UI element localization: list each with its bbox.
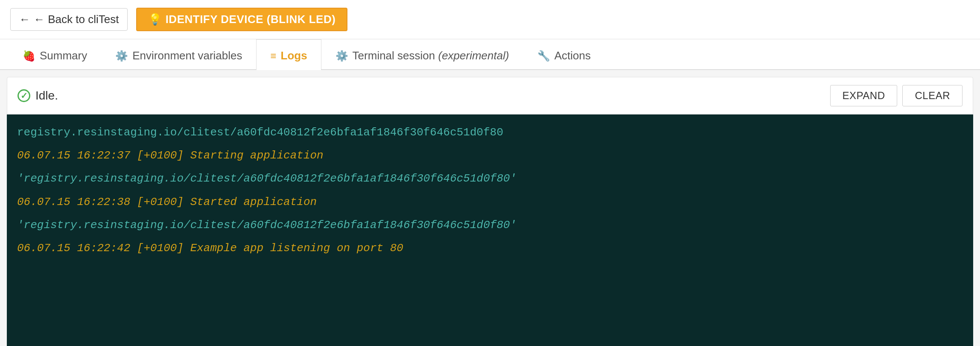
status-idle-icon: ✓ (18, 89, 30, 102)
tabs-bar: 🍓 Summary ⚙️ Environment variables ≡ Log… (0, 39, 980, 70)
identify-device-button[interactable]: 💡 IDENTIFY DEVICE (BLINK LED) (136, 8, 347, 31)
status-bar: ✓ Idle. EXPAND CLEAR (7, 77, 973, 114)
identify-label: 💡 IDENTIFY DEVICE (BLINK LED) (148, 13, 335, 26)
log-line: 'registry.resinstaging.io/clitest/a60fdc… (17, 216, 963, 235)
log-line: registry.resinstaging.io/clitest/a60fdc4… (17, 123, 963, 142)
tab-actions-label: Actions (554, 49, 591, 62)
log-spacer (17, 165, 963, 169)
log-line: 06.07.15 16:22:37 [+0100] Starting appli… (17, 146, 963, 165)
back-button[interactable]: ← ← Back to cliTest (10, 8, 128, 31)
log-line: 06.07.15 16:22:42 [+0100] Example app li… (17, 239, 963, 258)
wrench-icon: 🔧 (537, 50, 550, 62)
tab-environment-variables[interactable]: ⚙️ Environment variables (101, 39, 256, 70)
log-line: 06.07.15 16:22:38 [+0100] Started applic… (17, 193, 963, 211)
top-bar: ← ← Back to cliTest 💡 IDENTIFY DEVICE (B… (0, 0, 980, 39)
tab-terminal-session[interactable]: ⚙️ Terminal session (experimental) (321, 39, 523, 70)
log-terminal: registry.resinstaging.io/clitest/a60fdc4… (7, 114, 973, 346)
log-line: 'registry.resinstaging.io/clitest/a60fdc… (17, 169, 963, 188)
gear-icon: ⚙️ (115, 50, 128, 62)
terminal-icon: ⚙️ (335, 50, 348, 62)
clear-button[interactable]: CLEAR (902, 85, 962, 106)
tab-terminal-label: Terminal session (experimental) (353, 49, 509, 62)
tab-summary-label: Summary (40, 49, 87, 62)
tab-logs[interactable]: ≡ Logs (256, 39, 321, 70)
status-left: ✓ Idle. (18, 89, 58, 103)
tab-logs-label: Logs (281, 49, 307, 62)
tab-actions[interactable]: 🔧 Actions (523, 39, 605, 70)
tab-summary[interactable]: 🍓 Summary (9, 39, 101, 70)
back-arrow-icon: ← (19, 13, 30, 26)
tab-env-label: Environment variables (132, 49, 242, 62)
log-spacer (17, 142, 963, 146)
log-spacer (17, 235, 963, 239)
back-label: ← Back to cliTest (34, 13, 119, 26)
log-spacer (17, 211, 963, 216)
raspberry-icon: 🍓 (23, 50, 35, 62)
log-spacer (17, 188, 963, 193)
logs-icon: ≡ (270, 50, 276, 62)
status-text: Idle. (35, 89, 58, 103)
status-buttons: EXPAND CLEAR (830, 85, 962, 106)
expand-button[interactable]: EXPAND (830, 85, 898, 106)
